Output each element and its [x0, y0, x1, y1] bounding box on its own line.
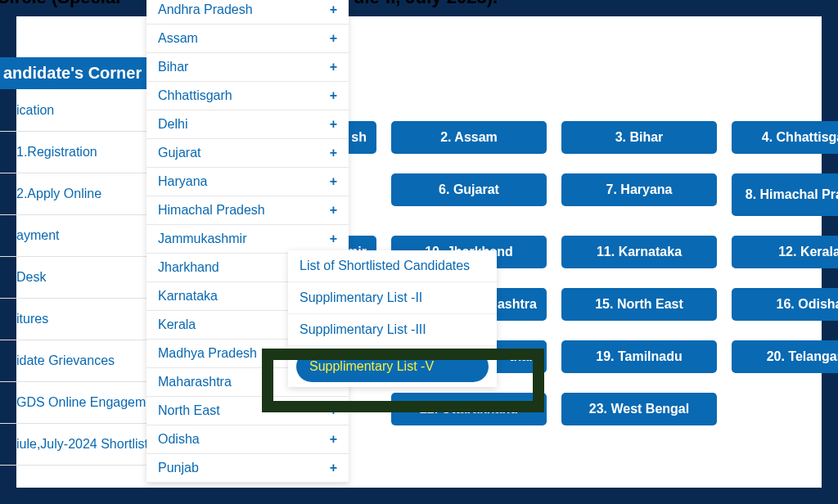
- dropdown-jk[interactable]: Jammukashmir+: [146, 225, 349, 254]
- plus-icon: +: [330, 31, 337, 46]
- dropdown-haryana[interactable]: Haryana+: [146, 168, 349, 196]
- plus-icon: +: [330, 174, 337, 189]
- plus-icon: +: [330, 88, 337, 103]
- submenu: List of Shortlisted Candidates Supplimen…: [288, 250, 497, 387]
- plus-icon: +: [330, 146, 337, 160]
- dropdown-odisha[interactable]: Odisha+: [146, 425, 349, 454]
- page-title-right: ule-II, July 2023).: [354, 0, 498, 8]
- candidate-corner-header: andidate's Corner: [0, 57, 153, 89]
- state-btn-kerala[interactable]: 12. Kerala: [732, 236, 838, 268]
- state-btn-himachal[interactable]: 8. Himachal Pradesh: [732, 173, 838, 216]
- plus-icon: +: [330, 117, 337, 132]
- plus-icon: +: [330, 203, 337, 218]
- submenu-supp3[interactable]: Supplimentary List -III: [288, 314, 497, 346]
- submenu-shortlisted[interactable]: List of Shortlisted Candidates: [288, 250, 497, 282]
- page-title-left: st Circle (Special: [0, 0, 120, 8]
- state-btn-assam[interactable]: 2. Assam: [391, 121, 547, 154]
- plus-icon: +: [330, 403, 337, 418]
- dropdown-punjab[interactable]: Punjab+: [146, 454, 349, 483]
- submenu-supp5-highlighted[interactable]: Supplimentary List -V: [296, 351, 489, 382]
- dropdown-northeast[interactable]: North East+: [146, 397, 349, 425]
- plus-icon: +: [330, 60, 337, 74]
- plus-icon: +: [330, 232, 337, 246]
- submenu-supp2[interactable]: Supplimentary List -II: [288, 282, 497, 314]
- dropdown-chhattisgarh[interactable]: Chhattisgarh+: [146, 82, 349, 110]
- plus-icon: +: [330, 432, 337, 447]
- state-btn-telangana[interactable]: 20. Telangana: [732, 340, 838, 373]
- state-btn-gujarat[interactable]: 6. Gujarat: [391, 173, 547, 206]
- state-btn-uttarakhand[interactable]: 22. Uttarakhand: [391, 393, 547, 425]
- dropdown-gujarat[interactable]: Gujarat+: [146, 139, 349, 168]
- dropdown-himachal[interactable]: Himachal Pradesh+: [146, 196, 349, 225]
- state-btn-northeast[interactable]: 15. North East: [561, 288, 717, 321]
- state-btn-karnataka[interactable]: 11. Karnataka: [561, 236, 717, 268]
- state-dropdown: Andhra Pradesh+ Assam+ Bihar+ Chhattisga…: [146, 0, 349, 483]
- dropdown-assam[interactable]: Assam+: [146, 25, 349, 53]
- dropdown-andhra[interactable]: Andhra Pradesh+: [146, 0, 349, 25]
- state-btn-odisha[interactable]: 16. Odisha: [732, 288, 838, 321]
- plus-icon: +: [330, 2, 337, 17]
- state-btn-tamilnadu[interactable]: 19. Tamilnadu: [561, 340, 717, 373]
- dropdown-delhi[interactable]: Delhi+: [146, 110, 349, 139]
- plus-icon: +: [330, 461, 337, 475]
- dropdown-bihar[interactable]: Bihar+: [146, 53, 349, 82]
- state-btn-westbengal[interactable]: 23. West Bengal: [561, 393, 717, 425]
- state-btn-bihar[interactable]: 3. Bihar: [561, 121, 717, 154]
- state-btn-haryana[interactable]: 7. Haryana: [561, 173, 717, 206]
- state-btn-chhattisgarh[interactable]: 4. Chhattisgarh: [732, 121, 838, 154]
